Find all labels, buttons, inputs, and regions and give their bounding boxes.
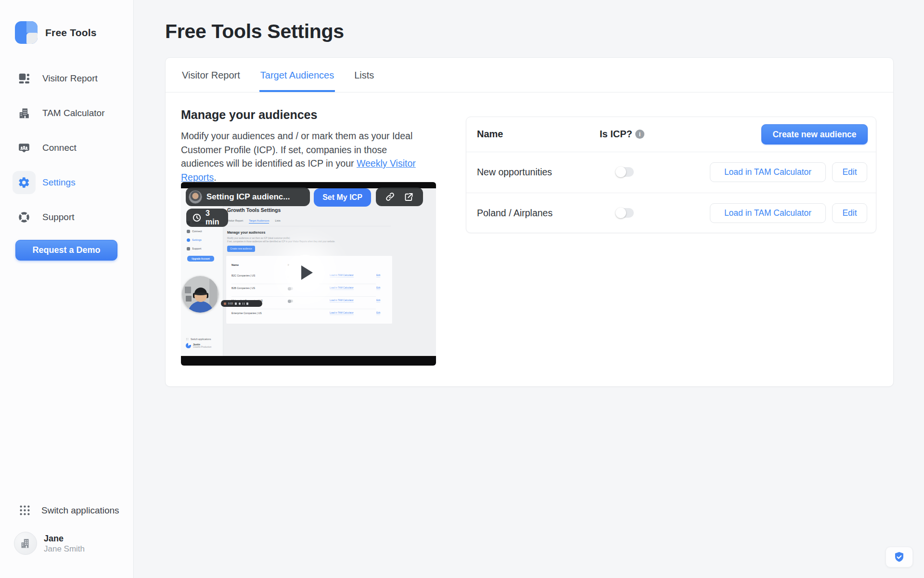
sidebar-item-label: Visitor Report: [42, 73, 98, 84]
undo-icon: [239, 302, 241, 305]
avatar: [14, 532, 37, 555]
create-new-audience-button[interactable]: Create new audience: [761, 124, 868, 144]
mini-toggle-icon: [288, 300, 293, 302]
mini-edit-link: Edit: [376, 312, 380, 315]
free-tools-settings-page: Free Tools Visitor Report TAM Calculator…: [0, 0, 924, 578]
toggle-knob: [616, 167, 626, 177]
mini-load-link: Load in TAM Calculator: [330, 287, 354, 290]
audiences-table-header: Name Is ICP? i Create new audience: [466, 117, 876, 152]
user-menu[interactable]: Jane Jane Smith: [14, 532, 85, 555]
app-brand: Free Tools: [15, 21, 97, 44]
copy-link-icon[interactable]: [385, 192, 395, 202]
sidebar-item-settings[interactable]: Settings: [13, 171, 121, 194]
tab-target-audiences[interactable]: Target Audiences: [259, 70, 335, 92]
icp-toggle[interactable]: [616, 167, 634, 177]
video-title-pill[interactable]: Setting ICP audienc...: [186, 187, 310, 206]
mic-icon: [235, 302, 237, 305]
gear-icon: [13, 171, 36, 194]
tutorial-video-player[interactable]: TAM Calculator Connect Settings Support …: [181, 182, 436, 366]
life-ring-icon: [13, 206, 36, 229]
mini-upgrade-button: Upgrade Account: [187, 256, 214, 262]
tab-lists[interactable]: Lists: [353, 70, 375, 92]
shield-check-icon: [893, 551, 905, 563]
page-title: Free Tools Settings: [165, 20, 344, 43]
pause-icon: [243, 302, 244, 305]
mini-switch-applications: Switch applications: [186, 338, 211, 341]
people-icon: [13, 136, 36, 159]
tab-divider: [166, 92, 893, 92]
switch-applications-button[interactable]: Switch applications: [18, 504, 119, 517]
sidebar-item-label: TAM Calculator: [42, 108, 105, 118]
icp-toggle[interactable]: [616, 208, 634, 218]
mini-life-ring-icon: [187, 247, 190, 250]
dashboard-icon: [13, 67, 36, 90]
mini-tab-bar: Visitor Report Target Audiences Lists: [227, 219, 281, 223]
recording-time: 0:03: [228, 302, 233, 305]
privacy-badge-button[interactable]: [886, 547, 913, 567]
edit-audience-button[interactable]: Edit: [832, 203, 867, 223]
tab-visitor-report[interactable]: Visitor Report: [181, 70, 241, 92]
sidebar: Free Tools Visitor Report TAM Calculator…: [0, 0, 134, 578]
presenter-webcam-bubble: [182, 276, 218, 313]
mini-nav-label: Support: [192, 247, 201, 250]
mini-load-link: Load in TAM Calculator: [330, 299, 354, 302]
switch-applications-label: Switch applications: [41, 505, 119, 516]
mini-load-link: Load in TAM Calculator: [330, 274, 354, 277]
load-in-tam-calculator-button[interactable]: Load in TAM Calculator: [710, 203, 826, 223]
mini-user-account: Clearbit Production: [193, 346, 211, 349]
mini-people-icon: [187, 230, 190, 233]
sidebar-item-support[interactable]: Support: [13, 206, 121, 229]
request-demo-button[interactable]: Request a Demo: [15, 240, 117, 261]
play-icon: [301, 265, 313, 280]
mini-avatar: [186, 343, 191, 348]
sidebar-item-tam-calculator[interactable]: TAM Calculator: [13, 102, 121, 125]
sidebar-item-label: Connect: [42, 143, 77, 153]
mini-column-name: Name: [231, 263, 239, 266]
video-title: Setting ICP audienc...: [206, 192, 290, 202]
sidebar-item-label: Settings: [42, 177, 76, 188]
video-duration: 3 min: [205, 209, 222, 226]
presenter-avatar: [189, 190, 202, 204]
clock-icon: [192, 213, 202, 223]
audience-name: Poland / Airplanes: [477, 208, 552, 219]
sidebar-item-visitor-report[interactable]: Visitor Report: [13, 67, 121, 90]
audience-row: Poland / Airplanes Load in TAM Calculato…: [466, 193, 876, 234]
free-tools-logo-icon: [15, 21, 38, 44]
load-in-tam-calculator-button[interactable]: Load in TAM Calculator: [710, 162, 826, 182]
mini-recording-controls: 0:03: [221, 300, 262, 307]
mini-edit-link: Edit: [376, 274, 380, 277]
mini-row-name: Enterprise Companies | US: [231, 312, 262, 315]
description-text-end: .: [214, 172, 216, 183]
mini-description: If set, companies in those audiences wil…: [227, 240, 335, 243]
play-button[interactable]: [287, 255, 323, 290]
section-heading: Manage your audiences: [181, 108, 317, 122]
sidebar-item-label: Support: [42, 212, 75, 223]
toggle-knob: [616, 208, 626, 218]
edit-audience-button[interactable]: Edit: [832, 162, 867, 182]
user-account: Jane Smith: [44, 544, 85, 554]
mini-tab: Visitor Report: [227, 219, 243, 223]
sidebar-nav: Visitor Report TAM Calculator Connect Se…: [13, 67, 121, 240]
mini-edit-link: Edit: [376, 287, 380, 290]
audiences-table: Name Is ICP? i Create new audience New o…: [466, 117, 876, 233]
mini-row-name: B2B Companies | US: [231, 287, 255, 289]
set-my-icp-button[interactable]: Set My ICP: [314, 188, 371, 207]
trash-icon: [246, 302, 248, 305]
mini-load-link: Load in TAM Calculator: [330, 312, 354, 315]
audience-name: New opportunities: [477, 167, 552, 178]
app-name: Free Tools: [45, 27, 97, 39]
video-duration-badge: 3 min: [186, 209, 228, 227]
info-icon[interactable]: i: [635, 130, 644, 139]
mini-nav-label: Settings: [192, 238, 202, 241]
mini-row-name: B2C Companies | US: [231, 274, 255, 277]
apps-grid-icon: [18, 504, 31, 517]
video-share-pill: [376, 187, 423, 206]
building-icon: [20, 538, 31, 549]
column-header-is-icp: Is ICP?: [600, 129, 632, 140]
record-stop-icon: [224, 302, 226, 305]
sidebar-item-connect[interactable]: Connect: [13, 136, 121, 159]
tab-bar: Visitor Report Target Audiences Lists: [181, 58, 375, 92]
open-external-icon[interactable]: [404, 192, 414, 202]
audience-row: New opportunities Load in TAM Calculator…: [466, 152, 876, 193]
mini-description: Modify your audiences or set them as ICP…: [227, 237, 290, 239]
